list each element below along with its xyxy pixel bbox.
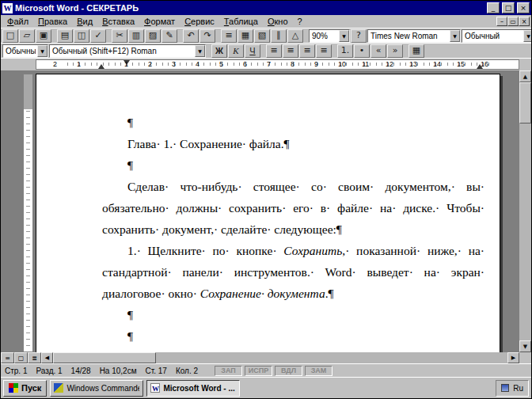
document-close-button[interactable]: ×	[519, 17, 530, 26]
ruler-number: 11	[362, 60, 369, 69]
menu-item-3[interactable]: Вставка	[97, 16, 139, 27]
new-document-button[interactable]: □	[2, 29, 18, 43]
menu-item-8[interactable]: ?	[293, 16, 307, 27]
zoom-combobox[interactable]: 90% ▼	[309, 29, 350, 43]
italic-button[interactable]: К	[228, 44, 244, 58]
left-indent-marker[interactable]	[98, 64, 104, 69]
chevron-down-icon[interactable]: ▼	[339, 30, 349, 42]
horizontal-scroll-thumb[interactable]	[53, 352, 156, 363]
open-button[interactable]: ▱	[19, 29, 35, 43]
paragraph[interactable]: ¶	[102, 325, 484, 347]
borders-button[interactable]: ▦	[408, 44, 424, 58]
paragraph[interactable]: Сделав· что-нибудь· стоящее· со· своим· …	[102, 176, 484, 240]
paragraph[interactable]: ¶	[102, 154, 484, 176]
columns-button[interactable]: ∥	[271, 29, 287, 43]
status-field: Ст. 17	[146, 367, 167, 375]
copy-button[interactable]: ▥	[128, 29, 144, 43]
autoformat-button[interactable]: ≡	[221, 29, 237, 43]
horizontal-scroll-track[interactable]	[53, 352, 507, 363]
zoom-value: 90%	[312, 32, 337, 40]
minimize-button[interactable]: _	[487, 2, 500, 13]
insert-table-button[interactable]: ▦	[238, 29, 253, 43]
bulleted-list-button[interactable]: •	[354, 44, 370, 58]
system-tray[interactable]: Ru	[496, 380, 529, 397]
menu-item-1[interactable]: Правка	[33, 16, 72, 27]
horizontal-scrollbar[interactable]: ≡ ▢ ≣ ◀ ▶	[1, 352, 531, 363]
menu-item-2[interactable]: Вид	[72, 16, 97, 27]
paragraph[interactable]: ¶	[102, 304, 484, 325]
scroll-down-icon[interactable]: ▼	[519, 340, 531, 352]
vertical-ruler[interactable]	[23, 74, 33, 352]
status-field: Разд. 1	[36, 367, 62, 375]
underline-button[interactable]: Ч	[245, 44, 260, 58]
top-margin-zone	[24, 74, 32, 109]
horizontal-ruler[interactable]: 2112345678910111213141516	[1, 58, 531, 70]
chevron-down-icon[interactable]: ▼	[450, 30, 460, 42]
menu-item-5[interactable]: Сервис	[180, 16, 219, 27]
chevron-down-icon[interactable]: ▼	[523, 30, 531, 42]
close-button[interactable]: ×	[517, 2, 530, 13]
chevron-down-icon[interactable]: ▼	[195, 45, 205, 57]
title-bar[interactable]: W Microsoft Word - СЕКРЕТАРЬ _ □ ×	[1, 1, 531, 15]
scroll-left-icon[interactable]: ◀	[41, 352, 53, 363]
style-combobox[interactable]: Обычный ▼	[2, 44, 48, 58]
increase-indent-button[interactable]: »	[387, 44, 403, 58]
maximize-button[interactable]: □	[502, 2, 515, 13]
vertical-scroll-thumb[interactable]	[519, 82, 531, 124]
align-center-button[interactable]: ≡	[283, 44, 298, 58]
normal-view-button[interactable]: ≡	[1, 352, 14, 363]
help-button[interactable]: ?	[351, 29, 367, 43]
bold-button[interactable]: Ж	[211, 44, 227, 58]
taskbar-task-1[interactable]: WMicrosoft Word - ...	[146, 380, 240, 397]
paragraph[interactable]: Глава· 1.· Сохранение· файла.¶	[102, 133, 484, 154]
scroll-up-icon[interactable]: ▲	[519, 70, 531, 82]
status-indicator[interactable]: ИСПР	[245, 366, 272, 376]
outline-view-button[interactable]: ≣	[28, 352, 41, 363]
cut-button[interactable]: ✂	[112, 29, 127, 43]
ruler-number: 6	[243, 60, 247, 69]
vertical-scroll-track[interactable]	[519, 82, 531, 340]
drawing-button[interactable]: △	[287, 29, 303, 43]
font-style-combobox[interactable]: Обычный (Shift+F12) Roman ▼	[49, 44, 206, 58]
start-button[interactable]: Пуск	[3, 380, 47, 397]
menu-item-6[interactable]: Таблица	[219, 16, 263, 27]
print-preview-button[interactable]: ◫	[74, 29, 89, 43]
document-page[interactable]: ¶Глава· 1.· Сохранение· файла.¶¶Сделав· …	[36, 74, 500, 352]
ruler-number: 9	[314, 60, 318, 69]
paragraph[interactable]: 1.· Щелкните· по· кнопке· Сохранить,· по…	[102, 240, 484, 304]
redo-button[interactable]: ↷	[200, 29, 215, 43]
scroll-right-icon[interactable]: ▶	[507, 352, 519, 363]
status-indicator[interactable]: ВДЛ	[275, 366, 302, 376]
taskbar-task-0[interactable]: Windows Commander	[50, 380, 143, 397]
ruler-number: 4	[196, 60, 200, 69]
decrease-indent-button[interactable]: «	[370, 44, 386, 58]
chevron-down-icon[interactable]: ▼	[37, 45, 48, 57]
spelling-button[interactable]: ✓	[90, 29, 106, 43]
paragraph[interactable]: 2.· Выберите· диск· и· папку· на· диске,…	[102, 347, 484, 352]
ruler-number: 10	[338, 60, 346, 69]
print-button[interactable]: ▤	[57, 29, 73, 43]
style-combobox-partial[interactable]: Обычный ▼	[462, 29, 531, 43]
font-name-combobox[interactable]: Times New Roman ▼	[367, 29, 461, 43]
document-minimize-button[interactable]: –	[496, 17, 507, 26]
document-restore-button[interactable]: ▭	[507, 17, 519, 26]
menu-item-4[interactable]: Формат	[139, 16, 180, 27]
menu-item-7[interactable]: Окно	[263, 16, 293, 27]
numbered-list-button[interactable]: 1.	[337, 44, 353, 58]
insert-excel-button[interactable]: ▧	[254, 29, 270, 43]
vertical-scrollbar[interactable]: ▲ ▼	[519, 70, 531, 352]
status-indicator[interactable]: ЗАМ	[305, 366, 332, 376]
align-right-button[interactable]: ≡	[299, 44, 315, 58]
save-button[interactable]: ▣	[36, 29, 51, 43]
tray-icon[interactable]	[501, 384, 509, 392]
paste-button[interactable]: ▨	[145, 29, 161, 43]
format-painter-button[interactable]: ✎	[162, 29, 177, 43]
page-layout-view-button[interactable]: ▢	[14, 352, 28, 363]
align-left-button[interactable]: ≡	[266, 44, 282, 58]
undo-button[interactable]: ↶	[183, 29, 199, 43]
align-justify-button[interactable]: ≡	[316, 44, 332, 58]
menu-item-0[interactable]: Файл	[2, 16, 33, 27]
language-indicator[interactable]: Ru	[513, 384, 523, 393]
status-indicator[interactable]: ЗАП	[215, 366, 242, 376]
paragraph[interactable]: ¶	[102, 112, 484, 133]
